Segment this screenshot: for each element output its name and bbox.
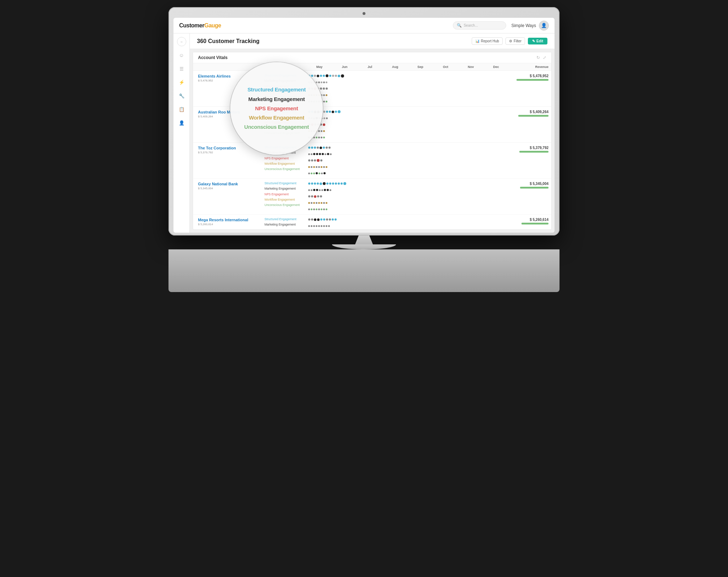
report-hub-button[interactable]: 📊 Report Hub: [472, 37, 503, 45]
month-aug: Aug: [382, 65, 408, 69]
revenue-mega: $ 5,260,614: [509, 216, 551, 226]
month-jul: Jul: [357, 65, 382, 69]
sidebar-icon-list[interactable]: ☰: [177, 64, 186, 73]
mag-nps: NPS Engagement: [255, 104, 298, 113]
page-title: 360 Customer Tracking: [197, 38, 259, 44]
dots-workflow-e2: [308, 128, 507, 134]
avatar[interactable]: 👤: [539, 21, 549, 31]
sidebar-icon-bolt[interactable]: ⚡: [177, 78, 186, 87]
unconscious-label-e4: Unconscious Engagement: [264, 202, 305, 208]
account-name-galaxy[interactable]: Galaxy National Bank: [198, 182, 257, 186]
dots-nps-e4: [308, 194, 507, 199]
desk-surface: [168, 249, 560, 292]
nps-label-e3: NPS Engagement: [264, 156, 305, 161]
content-header-actions: ↻ ⤢: [536, 55, 546, 60]
monitor-bezel: CustomerGauge 🔍 Search... Simple Ways 👤: [168, 7, 560, 235]
main-content: 360 Customer Tracking 📊 Report Hub ⚙ Fil…: [190, 33, 555, 233]
month-may: May: [307, 65, 332, 69]
month-jun: Jun: [332, 65, 357, 69]
mag-unconscious: Unconscious Engagement: [244, 122, 309, 132]
report-hub-label: Report Hub: [481, 39, 499, 43]
col-account-header: [193, 66, 262, 68]
edit-button[interactable]: ✎ Edit: [528, 38, 547, 44]
revenue-value-mega: $ 5,260,614: [512, 218, 548, 222]
top-bar: CustomerGauge 🔍 Search... Simple Ways 👤: [173, 18, 555, 33]
dots-row-workflow-e1: [308, 92, 507, 98]
revenue-bar-australian: [518, 115, 548, 117]
account-name-toz[interactable]: The Toz Corporation: [198, 146, 257, 150]
dots-structured-e4: [308, 181, 507, 186]
dots-structured-e2: [308, 109, 507, 115]
revenue-value-elements: $ 5,478,952: [512, 74, 548, 78]
logo: CustomerGauge: [179, 22, 221, 29]
revenue-value-australian: $ 5,409,264: [512, 110, 548, 114]
marketing-label-e4: Marketing Engagement: [264, 186, 305, 191]
account-row-mega: Mega Resorts International $ 5,260,614 S…: [193, 215, 551, 230]
revenue-elements: $ 5,478,952: [509, 73, 551, 82]
revenue-value-toz: $ 5,379,792: [512, 146, 548, 150]
search-icon: 🔍: [457, 23, 462, 28]
dots-marketing-e2: [308, 115, 507, 121]
header-actions: 📊 Report Hub ⚙ Filter ✎ Edit: [472, 37, 547, 45]
expand-icon[interactable]: ⤢: [543, 55, 546, 60]
monitor-screen: CustomerGauge 🔍 Search... Simple Ways 👤: [173, 18, 555, 233]
stand-neck: [355, 235, 373, 244]
sidebar-icon-wrench[interactable]: 🔧: [177, 91, 186, 100]
mag-marketing: Marketing Engagement: [248, 95, 305, 104]
sidebar-icon-smiley[interactable]: ☺: [177, 51, 186, 60]
search-placeholder: Search...: [464, 23, 478, 27]
structured-label-e4: Structured Engagement: [264, 181, 305, 186]
dots-workflow-e3: [308, 164, 507, 170]
dots-galaxy: [307, 180, 509, 212]
dots-structured-e5: [308, 217, 507, 222]
dots-row-unconscious-e1: [308, 99, 507, 104]
dots-unconscious-e3: [308, 170, 507, 176]
mag-workflow: Workflow Engagement: [249, 113, 304, 122]
revenue-value-galaxy: $ 5,345,004: [512, 182, 548, 186]
avatar-icon: 👤: [541, 23, 547, 28]
dots-mega: [307, 216, 509, 229]
revenue-bar-toz: [519, 151, 548, 153]
month-oct: Oct: [433, 65, 458, 69]
stand-base: [332, 244, 396, 249]
account-name-mega[interactable]: Mega Resorts International: [198, 218, 257, 222]
sidebar-icon-circle[interactable]: ○: [177, 37, 186, 46]
dots-marketing-e4: [308, 187, 507, 193]
sidebar-icon-clipboard[interactable]: 📋: [177, 105, 186, 114]
mag-structured: Structured Engagement: [247, 85, 306, 94]
content-area: Account Vitals ↻ ⤢: [193, 52, 552, 230]
revenue-toz: $ 5,379,792: [509, 144, 551, 154]
search-bar[interactable]: 🔍 Search...: [453, 21, 506, 30]
months-header-row: May Jun Jul Aug Sep Oct Nov Dec: [307, 65, 509, 69]
sidebar-icon-user[interactable]: 👤: [177, 118, 186, 127]
dots-nps-e2: [308, 122, 507, 127]
engagement-types-galaxy: Structured Engagement Marketing Engageme…: [262, 180, 307, 208]
monitor-stand: [168, 235, 560, 249]
section-title: Account Vitals: [198, 55, 228, 60]
user-name: Simple Ways: [511, 23, 536, 28]
month-nov: Nov: [458, 65, 483, 69]
page-header: 360 Customer Tracking 📊 Report Hub ⚙ Fil…: [190, 33, 555, 49]
camera-dot: [363, 12, 365, 15]
dots-nps-e3: [308, 158, 507, 163]
filter-label: Filter: [514, 39, 521, 43]
dots-unconscious-e4: [308, 206, 507, 212]
account-rev-toz: $ 5,379,792: [198, 151, 257, 154]
revenue-bar-elements: [516, 79, 548, 81]
revenue-bar-galaxy: [520, 187, 548, 189]
filter-icon: ⚙: [509, 39, 512, 43]
dots-toz: [307, 144, 509, 176]
month-sep: Sep: [408, 65, 433, 69]
account-rev-mega: $ 5,260,614: [198, 223, 257, 226]
edit-label: Edit: [536, 39, 543, 43]
monitor-wrapper: CustomerGauge 🔍 Search... Simple Ways 👤: [168, 7, 560, 292]
content-header: Account Vitals ↻ ⤢: [193, 52, 551, 63]
refresh-icon[interactable]: ↻: [536, 55, 540, 60]
marketing-label-e5: Marketing Engagement: [264, 222, 305, 227]
dots-marketing-e3: [308, 151, 507, 157]
inner-layout: ○ ☺ ☰ ⚡ 🔧 📋 👤 360 Customer Tracking: [173, 33, 555, 233]
user-area: Simple Ways 👤: [511, 21, 549, 31]
structured-label-e5: Structured Engagement: [264, 217, 305, 222]
dots-row-structured-e1: [308, 73, 507, 79]
filter-button[interactable]: ⚙ Filter: [505, 37, 525, 45]
